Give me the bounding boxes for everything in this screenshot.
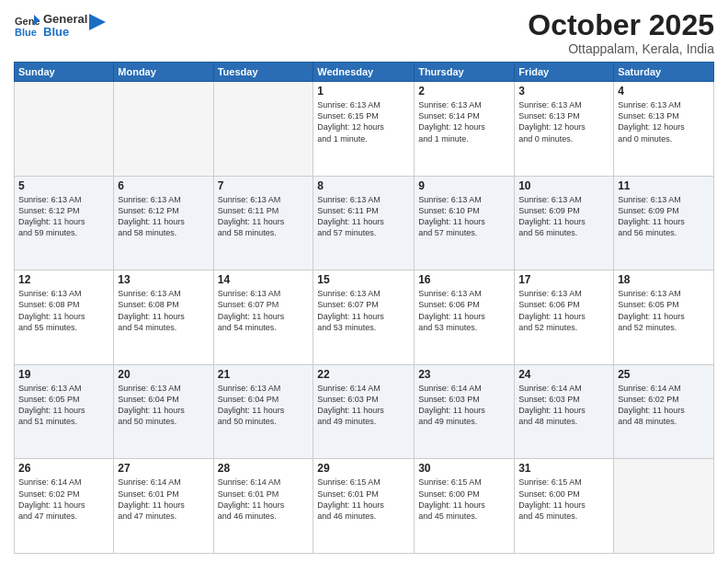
day-info: Sunrise: 6:14 AM Sunset: 6:01 PM Dayligh… xyxy=(118,477,209,522)
day-info: Sunrise: 6:13 AM Sunset: 6:05 PM Dayligh… xyxy=(618,288,710,333)
logo-text-general: General xyxy=(43,13,87,26)
calendar-cell: 8Sunrise: 6:13 AM Sunset: 6:11 PM Daylig… xyxy=(313,176,415,270)
day-number: 4 xyxy=(618,85,710,98)
day-info: Sunrise: 6:13 AM Sunset: 6:07 PM Dayligh… xyxy=(218,288,310,333)
calendar-cell: 7Sunrise: 6:13 AM Sunset: 6:11 PM Daylig… xyxy=(213,176,313,270)
calendar-cell: 31Sunrise: 6:15 AM Sunset: 6:00 PM Dayli… xyxy=(515,459,614,554)
weekday-header-tuesday: Tuesday xyxy=(213,63,313,82)
day-info: Sunrise: 6:13 AM Sunset: 6:04 PM Dayligh… xyxy=(218,383,310,428)
day-info: Sunrise: 6:13 AM Sunset: 6:11 PM Dayligh… xyxy=(317,194,410,239)
logo-arrow-icon xyxy=(89,14,106,30)
day-number: 27 xyxy=(118,462,209,475)
weekday-header-friday: Friday xyxy=(515,63,614,82)
calendar-cell: 25Sunrise: 6:14 AM Sunset: 6:02 PM Dayli… xyxy=(614,364,714,459)
day-info: Sunrise: 6:14 AM Sunset: 6:03 PM Dayligh… xyxy=(317,383,410,428)
calendar-cell xyxy=(213,82,313,177)
calendar-cell xyxy=(114,82,213,177)
calendar-cell: 15Sunrise: 6:13 AM Sunset: 6:07 PM Dayli… xyxy=(313,270,415,365)
weekday-header-monday: Monday xyxy=(114,63,213,82)
calendar-cell: 5Sunrise: 6:13 AM Sunset: 6:12 PM Daylig… xyxy=(15,176,114,270)
calendar-cell: 11Sunrise: 6:13 AM Sunset: 6:09 PM Dayli… xyxy=(614,176,714,270)
day-info: Sunrise: 6:13 AM Sunset: 6:06 PM Dayligh… xyxy=(418,288,510,333)
day-number: 21 xyxy=(218,368,310,381)
day-number: 9 xyxy=(418,179,510,192)
calendar-cell: 1Sunrise: 6:13 AM Sunset: 6:15 PM Daylig… xyxy=(313,82,415,177)
day-number: 1 xyxy=(317,85,410,98)
day-number: 29 xyxy=(317,462,410,475)
day-number: 24 xyxy=(518,368,609,381)
day-number: 10 xyxy=(518,179,609,192)
page: General Blue General Blue October 2025 O… xyxy=(0,0,728,563)
calendar-cell: 12Sunrise: 6:13 AM Sunset: 6:08 PM Dayli… xyxy=(15,270,114,365)
calendar-cell: 6Sunrise: 6:13 AM Sunset: 6:12 PM Daylig… xyxy=(114,176,213,270)
day-number: 2 xyxy=(418,85,510,98)
day-number: 8 xyxy=(317,179,410,192)
day-info: Sunrise: 6:15 AM Sunset: 6:00 PM Dayligh… xyxy=(518,477,609,522)
day-info: Sunrise: 6:13 AM Sunset: 6:04 PM Dayligh… xyxy=(118,383,209,428)
day-info: Sunrise: 6:15 AM Sunset: 6:00 PM Dayligh… xyxy=(418,477,510,522)
day-info: Sunrise: 6:13 AM Sunset: 6:08 PM Dayligh… xyxy=(118,288,209,333)
logo: General Blue General Blue xyxy=(14,13,106,40)
calendar-cell: 9Sunrise: 6:13 AM Sunset: 6:10 PM Daylig… xyxy=(415,176,515,270)
day-number: 19 xyxy=(18,368,109,381)
svg-text:Blue: Blue xyxy=(15,27,37,38)
day-info: Sunrise: 6:13 AM Sunset: 6:09 PM Dayligh… xyxy=(618,194,710,239)
day-number: 15 xyxy=(317,273,410,286)
day-info: Sunrise: 6:13 AM Sunset: 6:12 PM Dayligh… xyxy=(118,194,209,239)
day-number: 14 xyxy=(218,273,310,286)
calendar-cell: 3Sunrise: 6:13 AM Sunset: 6:13 PM Daylig… xyxy=(515,82,614,177)
day-number: 23 xyxy=(418,368,510,381)
day-number: 5 xyxy=(18,179,109,192)
day-info: Sunrise: 6:14 AM Sunset: 6:03 PM Dayligh… xyxy=(418,383,510,428)
calendar-cell: 28Sunrise: 6:14 AM Sunset: 6:01 PM Dayli… xyxy=(213,459,313,554)
logo-text-blue: Blue xyxy=(43,26,87,39)
day-info: Sunrise: 6:13 AM Sunset: 6:08 PM Dayligh… xyxy=(18,288,109,333)
calendar-cell xyxy=(15,82,114,177)
day-info: Sunrise: 6:14 AM Sunset: 6:02 PM Dayligh… xyxy=(618,383,710,428)
calendar-cell: 20Sunrise: 6:13 AM Sunset: 6:04 PM Dayli… xyxy=(114,364,213,459)
week-row-1: 1Sunrise: 6:13 AM Sunset: 6:15 PM Daylig… xyxy=(15,82,714,177)
day-info: Sunrise: 6:13 AM Sunset: 6:09 PM Dayligh… xyxy=(518,194,609,239)
logo-icon: General Blue xyxy=(14,13,40,39)
day-info: Sunrise: 6:13 AM Sunset: 6:07 PM Dayligh… xyxy=(317,288,410,333)
header: General Blue General Blue October 2025 O… xyxy=(14,9,714,56)
calendar-cell: 4Sunrise: 6:13 AM Sunset: 6:13 PM Daylig… xyxy=(614,82,714,177)
day-info: Sunrise: 6:13 AM Sunset: 6:05 PM Dayligh… xyxy=(18,383,109,428)
day-info: Sunrise: 6:14 AM Sunset: 6:02 PM Dayligh… xyxy=(18,477,109,522)
day-number: 13 xyxy=(118,273,209,286)
day-info: Sunrise: 6:13 AM Sunset: 6:13 PM Dayligh… xyxy=(618,99,710,144)
day-number: 11 xyxy=(618,179,710,192)
day-number: 12 xyxy=(18,273,109,286)
calendar-cell: 2Sunrise: 6:13 AM Sunset: 6:14 PM Daylig… xyxy=(415,82,515,177)
calendar-cell: 30Sunrise: 6:15 AM Sunset: 6:00 PM Dayli… xyxy=(415,459,515,554)
day-info: Sunrise: 6:13 AM Sunset: 6:06 PM Dayligh… xyxy=(518,288,609,333)
weekday-header-thursday: Thursday xyxy=(415,63,515,82)
week-row-5: 26Sunrise: 6:14 AM Sunset: 6:02 PM Dayli… xyxy=(15,459,714,554)
day-number: 30 xyxy=(418,462,510,475)
weekday-header-sunday: Sunday xyxy=(15,63,114,82)
day-number: 26 xyxy=(18,462,109,475)
calendar-cell: 29Sunrise: 6:15 AM Sunset: 6:01 PM Dayli… xyxy=(313,459,415,554)
day-info: Sunrise: 6:13 AM Sunset: 6:14 PM Dayligh… xyxy=(418,99,510,144)
weekday-header-saturday: Saturday xyxy=(614,63,714,82)
calendar-cell: 16Sunrise: 6:13 AM Sunset: 6:06 PM Dayli… xyxy=(415,270,515,365)
day-number: 3 xyxy=(518,85,609,98)
week-row-2: 5Sunrise: 6:13 AM Sunset: 6:12 PM Daylig… xyxy=(15,176,714,270)
calendar-cell: 13Sunrise: 6:13 AM Sunset: 6:08 PM Dayli… xyxy=(114,270,213,365)
day-number: 17 xyxy=(518,273,609,286)
calendar-table: SundayMondayTuesdayWednesdayThursdayFrid… xyxy=(14,62,714,554)
calendar-cell: 27Sunrise: 6:14 AM Sunset: 6:01 PM Dayli… xyxy=(114,459,213,554)
day-info: Sunrise: 6:13 AM Sunset: 6:12 PM Dayligh… xyxy=(18,194,109,239)
day-number: 16 xyxy=(418,273,510,286)
day-number: 6 xyxy=(118,179,209,192)
calendar-cell: 18Sunrise: 6:13 AM Sunset: 6:05 PM Dayli… xyxy=(614,270,714,365)
calendar-cell: 14Sunrise: 6:13 AM Sunset: 6:07 PM Dayli… xyxy=(213,270,313,365)
day-number: 18 xyxy=(618,273,710,286)
day-number: 25 xyxy=(618,368,710,381)
day-info: Sunrise: 6:14 AM Sunset: 6:01 PM Dayligh… xyxy=(218,477,310,522)
calendar-cell: 17Sunrise: 6:13 AM Sunset: 6:06 PM Dayli… xyxy=(515,270,614,365)
calendar-cell: 21Sunrise: 6:13 AM Sunset: 6:04 PM Dayli… xyxy=(213,364,313,459)
calendar-cell: 22Sunrise: 6:14 AM Sunset: 6:03 PM Dayli… xyxy=(313,364,415,459)
weekday-header-wednesday: Wednesday xyxy=(313,63,415,82)
location-subtitle: Ottappalam, Kerala, India xyxy=(528,41,714,56)
